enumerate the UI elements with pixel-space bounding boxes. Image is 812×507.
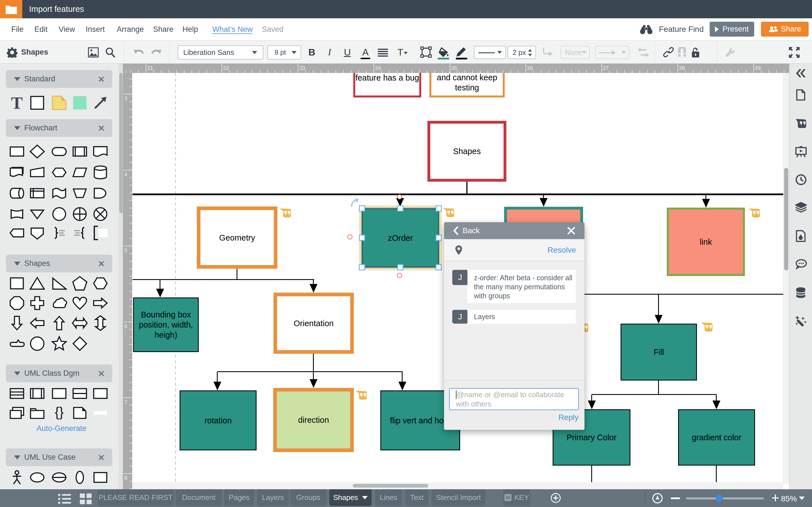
svg-text:{}: {} (55, 405, 64, 419)
